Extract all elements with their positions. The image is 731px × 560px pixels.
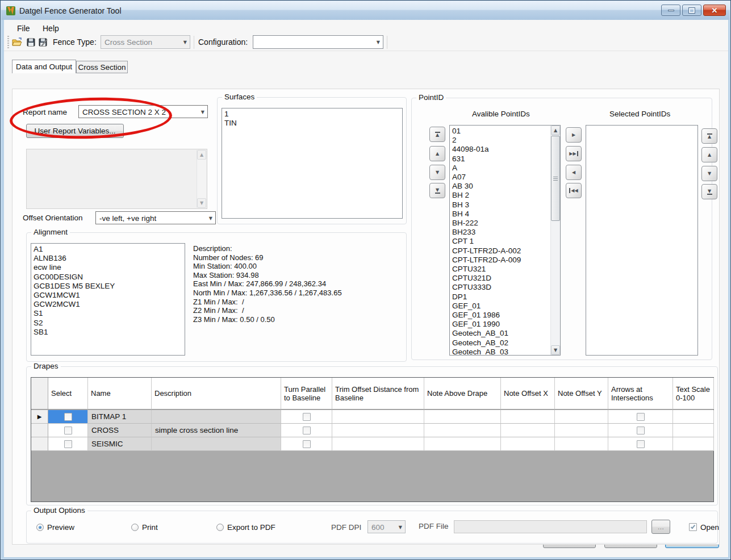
pointid-item[interactable]: BH233 bbox=[452, 228, 550, 237]
pointid-item[interactable]: AB 30 bbox=[452, 182, 550, 191]
grid-cell-name[interactable]: BITMAP 1 bbox=[88, 410, 152, 424]
pointid-item[interactable]: BH-222 bbox=[452, 219, 550, 228]
tab-cross-section[interactable]: Cross Section bbox=[76, 61, 128, 73]
pointid-item[interactable]: Geotech_AB_01 bbox=[452, 329, 550, 338]
fence-type-combobox[interactable]: Cross Section ▼ bbox=[101, 35, 190, 49]
grid-header-arrows[interactable]: Arrows at Intersections bbox=[608, 378, 673, 409]
user-report-variables-button[interactable]: User Report Variables... bbox=[26, 124, 124, 138]
alignment-item[interactable]: A1 bbox=[34, 245, 185, 254]
alignment-item[interactable]: S2 bbox=[34, 319, 185, 328]
surfaces-listbox[interactable]: 1TIN bbox=[222, 108, 403, 219]
radio-preview-label[interactable]: Preview bbox=[47, 523, 74, 532]
pointid-item[interactable]: CPTU333D bbox=[452, 283, 550, 292]
pointid-item[interactable]: 631 bbox=[452, 154, 550, 164]
pointid-item[interactable]: A07 bbox=[452, 173, 550, 182]
checkbox-icon[interactable] bbox=[303, 440, 311, 448]
surface-item[interactable]: TIN bbox=[224, 119, 402, 128]
available-pointids-listbox[interactable]: 01244098-01a631AA07AB 30BH 2BH 3BH 4BH-2… bbox=[449, 125, 561, 356]
grid-cell-description[interactable] bbox=[152, 437, 281, 451]
pointid-item[interactable]: GEF_01 bbox=[452, 302, 550, 311]
open-checkbox[interactable] bbox=[689, 523, 697, 531]
grid-cell-note-offset-y[interactable] bbox=[555, 437, 608, 451]
grid-cell-arrows[interactable] bbox=[608, 410, 673, 424]
scroll-up-icon[interactable]: ▲ bbox=[551, 126, 560, 135]
pointid-item[interactable]: CPT-LTFR2D-A-009 bbox=[452, 256, 550, 265]
close-button[interactable]: ✕ bbox=[703, 5, 726, 16]
available-move-bottom-button[interactable]: ▼ bbox=[429, 183, 445, 198]
available-move-down-button[interactable]: ▼ bbox=[429, 165, 445, 180]
checkbox-icon[interactable] bbox=[637, 427, 645, 434]
pointid-item[interactable]: 44098-01a bbox=[452, 145, 550, 154]
grid-cell-note-above[interactable] bbox=[424, 410, 501, 424]
pointid-item[interactable]: BH 3 bbox=[452, 200, 550, 210]
grid-header-description[interactable]: Description bbox=[152, 378, 281, 409]
radio-export-pdf-label[interactable]: Export to PDF bbox=[227, 523, 275, 532]
save-as-icon[interactable] bbox=[39, 38, 48, 47]
alignment-item[interactable]: ecw line bbox=[34, 263, 185, 272]
open-checkbox-label[interactable]: Open bbox=[700, 523, 719, 532]
grid-cell-text-scale[interactable] bbox=[673, 410, 714, 424]
save-icon[interactable] bbox=[27, 38, 35, 47]
scroll-up-icon[interactable]: ▲ bbox=[197, 150, 206, 160]
grid-header-note-offset-x[interactable]: Note Offset X bbox=[501, 378, 555, 409]
tab-data-and-output[interactable]: Data and Output bbox=[12, 60, 76, 73]
pointid-item[interactable]: GEF_01 1986 bbox=[452, 311, 550, 320]
checkbox-icon[interactable] bbox=[637, 440, 645, 448]
grid-cell-trim-offset[interactable] bbox=[332, 437, 424, 451]
configuration-combobox[interactable]: ▼ bbox=[253, 35, 383, 49]
grid-cell-name[interactable]: SEISMIC bbox=[88, 437, 152, 451]
report-name-combobox[interactable]: CROSS SECTION 2 X 2 ▼ bbox=[78, 105, 208, 118]
grid-cell-text-scale[interactable] bbox=[673, 424, 714, 437]
pdf-file-textbox[interactable] bbox=[454, 520, 647, 533]
alignment-item[interactable]: GCW2MCW1 bbox=[34, 300, 185, 309]
alignment-listbox[interactable]: A1ALNB136ecw lineGC00DESIGNGCB1DES M5 BE… bbox=[31, 243, 185, 356]
open-icon[interactable] bbox=[12, 37, 22, 47]
grid-corner-header[interactable] bbox=[31, 378, 48, 409]
grid-header-note-above[interactable]: Note Above Drape bbox=[424, 378, 501, 409]
browse-button[interactable]: ... bbox=[651, 520, 670, 534]
grid-cell-note-offset-y[interactable] bbox=[555, 424, 608, 437]
checkbox-icon[interactable] bbox=[64, 440, 72, 448]
grid-cell-description[interactable]: simple cross section line bbox=[152, 424, 281, 437]
grid-header-note-offset-y[interactable]: Note Offset Y bbox=[555, 378, 608, 409]
alignment-item[interactable]: ALNB136 bbox=[34, 254, 185, 263]
checkbox-icon[interactable] bbox=[64, 427, 72, 434]
alignment-item[interactable]: GCW1MCW1 bbox=[34, 291, 185, 300]
grid-cell-text-scale[interactable] bbox=[673, 437, 714, 451]
pointid-item[interactable]: Geotech_AB_02 bbox=[452, 338, 550, 348]
surface-item[interactable]: 1 bbox=[224, 110, 402, 119]
grid-cell-arrows[interactable] bbox=[608, 437, 673, 451]
move-left-button[interactable]: ◀ bbox=[566, 165, 582, 180]
pointid-item[interactable]: CPT 1 bbox=[452, 237, 550, 246]
pointid-item[interactable]: A bbox=[452, 164, 550, 173]
maximize-button[interactable] bbox=[682, 5, 701, 16]
menu-help[interactable]: Help bbox=[39, 23, 62, 34]
checkbox-icon[interactable] bbox=[303, 427, 311, 434]
grid-cell-turn-parallel[interactable] bbox=[281, 437, 332, 451]
textbox-scrollbar[interactable]: ▲ ▼ bbox=[197, 150, 206, 208]
radio-print-label[interactable]: Print bbox=[142, 523, 158, 532]
offset-orientation-combobox[interactable]: -ve left, +ve right ▼ bbox=[95, 211, 216, 224]
pointid-item[interactable]: DP1 bbox=[452, 292, 550, 302]
alignment-item[interactable]: S1 bbox=[34, 309, 185, 318]
selected-move-bottom-button[interactable]: ▼ bbox=[701, 184, 717, 199]
toolbar-grip[interactable] bbox=[7, 36, 9, 49]
grid-row-selector[interactable] bbox=[31, 424, 48, 437]
available-move-top-button[interactable]: ▲ bbox=[429, 127, 445, 142]
pointid-item[interactable]: Geotech_AB_03 bbox=[452, 348, 550, 356]
available-list-scrollbar[interactable]: ▲ ▼ bbox=[550, 126, 560, 355]
grid-cell-trim-offset[interactable] bbox=[332, 424, 424, 437]
grid-header-text-scale[interactable]: Text Scale 0-100 bbox=[673, 378, 714, 409]
scroll-down-icon[interactable]: ▼ bbox=[197, 198, 206, 208]
move-all-left-button[interactable]: ◀◀ bbox=[566, 183, 582, 198]
checkbox-icon[interactable] bbox=[637, 413, 645, 421]
grid-cell-select[interactable] bbox=[48, 437, 88, 451]
grid-cell-select[interactable] bbox=[48, 410, 88, 424]
grid-header-select[interactable]: Select bbox=[48, 378, 88, 409]
grid-cell-turn-parallel[interactable] bbox=[281, 424, 332, 437]
pdf-dpi-combobox[interactable]: 600 ▼ bbox=[367, 520, 406, 533]
scrollbar-thumb[interactable] bbox=[551, 136, 560, 221]
checkbox-icon[interactable] bbox=[303, 413, 311, 421]
selected-move-up-button[interactable]: ▲ bbox=[701, 147, 717, 162]
grid-cell-note-offset-x[interactable] bbox=[501, 410, 555, 424]
